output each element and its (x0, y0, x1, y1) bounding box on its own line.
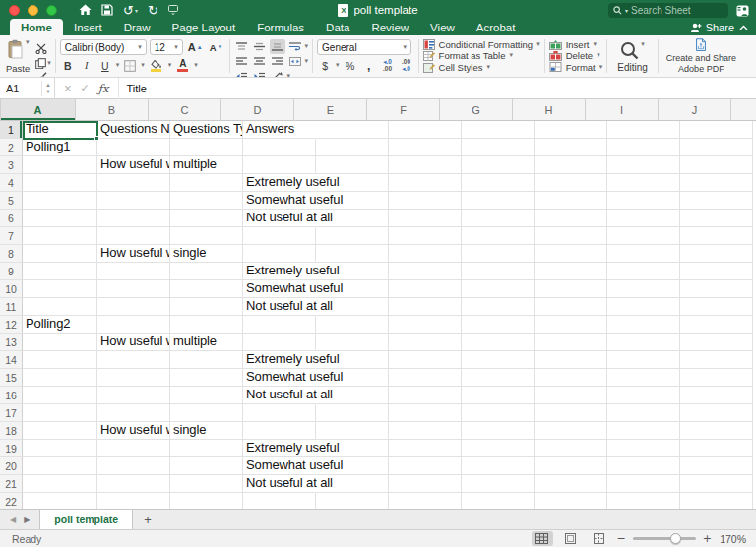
cell-I18[interactable] (607, 422, 680, 440)
cell-D7[interactable] (243, 227, 316, 245)
formula-input[interactable]: Title (119, 83, 147, 94)
cell-D22[interactable] (243, 493, 316, 509)
cell-A21[interactable] (23, 475, 97, 493)
row-header-1[interactable]: 1 (0, 121, 23, 139)
cell-G11[interactable] (462, 298, 535, 316)
cell-H6[interactable] (535, 210, 607, 227)
cell-G7[interactable] (462, 227, 535, 245)
increase-indent-button[interactable] (252, 69, 268, 78)
cell-A10[interactable] (23, 280, 97, 298)
column-header-I[interactable]: I (586, 99, 659, 121)
cell-D17[interactable] (243, 404, 316, 422)
cell-B1[interactable]: Questions Na (97, 121, 170, 139)
cell-D11[interactable]: Not useful at all (243, 298, 316, 316)
orientation-button[interactable] (270, 69, 285, 78)
cell-F3[interactable] (389, 156, 462, 174)
cell-B12[interactable] (97, 316, 170, 334)
cell-A18[interactable] (23, 422, 97, 440)
cell-A15[interactable] (23, 369, 97, 387)
cell-J4[interactable] (680, 174, 753, 192)
cell-D2[interactable] (243, 139, 316, 156)
page-layout-view-button[interactable] (560, 531, 582, 546)
align-center-button[interactable] (252, 54, 268, 69)
cell-G19[interactable] (462, 440, 535, 457)
wrap-text-caret-icon[interactable]: ▾ (305, 43, 309, 50)
cell-H18[interactable] (535, 422, 607, 440)
fill-color-button[interactable] (148, 58, 165, 73)
cell-G22[interactable] (462, 493, 535, 509)
cut-button[interactable] (35, 40, 51, 58)
cell-I6[interactable] (607, 210, 680, 227)
cell-H3[interactable] (535, 156, 607, 174)
row-header-21[interactable]: 21 (0, 475, 23, 493)
cell-G2[interactable] (462, 139, 535, 156)
cell-D8[interactable] (243, 245, 316, 263)
cell-B16[interactable] (97, 387, 170, 404)
wrap-text-button[interactable] (287, 39, 303, 54)
tab-review[interactable]: Review (360, 20, 419, 35)
name-box[interactable]: A1 ▲▼ (0, 78, 55, 99)
cell-C6[interactable] (170, 210, 243, 227)
column-header-C[interactable]: C (149, 99, 221, 121)
cell-H7[interactable] (535, 227, 607, 245)
cell-J15[interactable] (680, 369, 753, 387)
row-header-11[interactable]: 11 (0, 298, 23, 316)
zoom-window-button[interactable] (46, 5, 57, 16)
cell-F7[interactable] (389, 227, 462, 245)
cell-D13[interactable] (243, 334, 316, 351)
insert-cells-button[interactable]: Insert ▾ (549, 39, 603, 50)
cell-H8[interactable] (535, 245, 607, 263)
cell-H16[interactable] (535, 387, 607, 404)
cell-I5[interactable] (607, 192, 680, 210)
cell-G16[interactable] (462, 387, 535, 404)
cell-A11[interactable] (23, 298, 97, 316)
row-header-18[interactable]: 18 (0, 422, 23, 440)
cell-G4[interactable] (462, 174, 535, 192)
cell-D3[interactable] (243, 156, 316, 174)
cell-G17[interactable] (462, 404, 535, 422)
row-header-7[interactable]: 7 (0, 227, 23, 245)
save-icon[interactable] (101, 4, 113, 16)
cell-F8[interactable] (389, 245, 462, 263)
cell-D16[interactable]: Not useful at all (243, 387, 316, 404)
paste-button[interactable]: ▾ Paste (4, 38, 32, 75)
cell-D14[interactable]: Extremely useful (243, 351, 316, 369)
cell-H12[interactable] (535, 316, 607, 334)
format-as-table-button[interactable]: Format as Table ▾ (423, 50, 540, 61)
cell-H14[interactable] (535, 351, 607, 369)
cell-B10[interactable] (97, 280, 170, 298)
column-header-H[interactable]: H (513, 99, 586, 121)
cell-A14[interactable] (23, 351, 97, 369)
cell-C18[interactable]: single (170, 422, 243, 440)
cell-F19[interactable] (389, 440, 462, 457)
account-profile-icon[interactable] (734, 3, 750, 18)
cell-E8[interactable] (316, 245, 389, 263)
tab-home[interactable]: Home (10, 19, 63, 35)
cell-I4[interactable] (607, 174, 680, 192)
cell-E22[interactable] (316, 493, 389, 509)
cell-A13[interactable] (23, 334, 97, 351)
cell-J6[interactable] (680, 210, 753, 227)
normal-view-button[interactable] (532, 531, 553, 546)
search-scope-caret-icon[interactable]: ▾ (625, 7, 628, 14)
cell-I15[interactable] (607, 369, 680, 387)
align-middle-button[interactable] (252, 39, 268, 54)
row-header-19[interactable]: 19 (0, 440, 23, 457)
cell-A22[interactable] (23, 493, 97, 509)
row-header-2[interactable]: 2 (0, 139, 23, 156)
cell-A8[interactable] (23, 245, 97, 263)
cell-I22[interactable] (607, 493, 680, 509)
fill-color-caret-icon[interactable]: ▾ (168, 62, 172, 69)
cell-E1[interactable] (316, 121, 389, 139)
percent-button[interactable]: % (343, 58, 358, 73)
zoom-level-label[interactable]: 170% (719, 533, 746, 545)
cell-H22[interactable] (535, 493, 607, 509)
tab-data[interactable]: Data (315, 20, 360, 35)
cell-J3[interactable] (680, 156, 753, 174)
cell-D10[interactable]: Somewhat useful (243, 280, 316, 298)
cell-H4[interactable] (535, 174, 607, 192)
cell-B22[interactable] (97, 493, 170, 509)
zoom-out-button[interactable]: − (617, 532, 626, 545)
format-cells-button[interactable]: Format ▾ (549, 62, 603, 73)
cell-D12[interactable] (243, 316, 316, 334)
